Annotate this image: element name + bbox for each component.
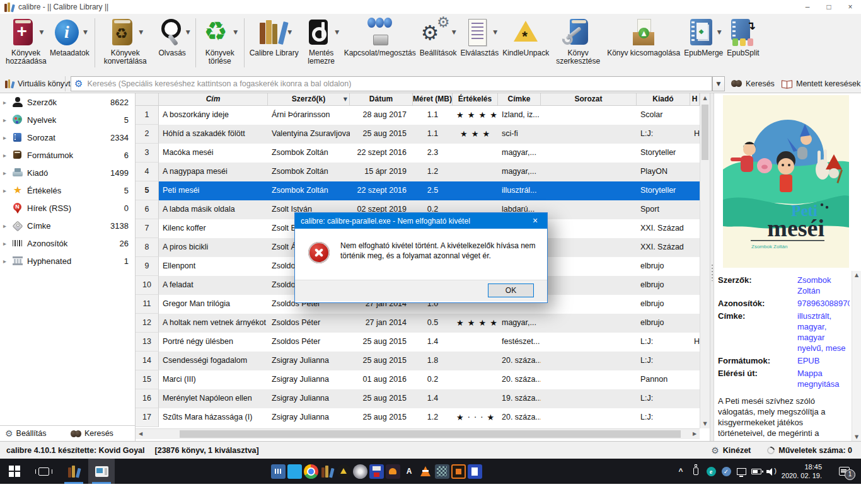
taskbar-active-window-button[interactable] xyxy=(88,459,115,484)
saved-searches-button[interactable]: Mentett keresések xyxy=(782,74,860,93)
taskbar-app-snip[interactable] xyxy=(270,459,286,484)
dropdown-arrow-icon[interactable]: ▼ xyxy=(186,29,190,35)
search-button[interactable]: Keresés xyxy=(731,74,775,93)
table-row[interactable]: 15Marci (III)Zsigray Julianna01 aug 2016… xyxy=(136,370,710,389)
detail-field-value-link[interactable]: Zsombok Zoltán xyxy=(797,275,850,296)
sidebar-search-button[interactable]: Keresés xyxy=(71,429,113,438)
sidebar-item-authors[interactable]: ▸Szerzők8622 xyxy=(0,93,135,111)
dropdown-arrow-icon[interactable]: ▼ xyxy=(83,29,88,35)
dropdown-arrow-icon[interactable]: ▼ xyxy=(40,29,44,35)
tray-sync-check-icon[interactable]: ✓ xyxy=(719,467,734,476)
sidebar-settings-button[interactable]: ⚙ Beállítás xyxy=(5,429,47,438)
search-input[interactable]: ⚙ Keresés (Speciális kereséshez kattints… xyxy=(71,76,712,91)
layout-button[interactable]: ⚙ Kinézet xyxy=(711,446,751,455)
taskbar-app-orangebox[interactable] xyxy=(450,459,466,484)
expand-arrow-icon[interactable]: ▸ xyxy=(3,134,11,141)
table-row[interactable]: 13Portré négy ülésbenZsoldos Péter25 aug… xyxy=(136,333,710,352)
toolbar-button-epubsplit[interactable]: ↴EpubSplit xyxy=(727,17,759,57)
table-row[interactable]: 14Csendességi fogadalomZsigray Julianna2… xyxy=(136,352,710,370)
scroll-right-icon[interactable]: ▶ xyxy=(690,429,700,439)
tray-network-icon[interactable] xyxy=(734,468,749,475)
details-scrollbar[interactable]: ▲ ▼ xyxy=(852,271,861,441)
dialog-close-button[interactable]: × xyxy=(523,213,547,229)
expand-arrow-icon[interactable]: ▸ xyxy=(3,187,11,194)
expand-arrow-icon[interactable]: ▸ xyxy=(3,99,11,106)
column-header-series[interactable]: Sorozat xyxy=(541,93,637,105)
tray-eset-icon[interactable]: e xyxy=(703,467,719,476)
taskbar-app-acrobat[interactable]: A xyxy=(401,459,417,484)
tray-usb-icon[interactable] xyxy=(688,467,703,475)
taskbar-app-aimp[interactable] xyxy=(335,459,352,484)
search-gear-icon[interactable]: ⚙ xyxy=(74,79,83,89)
toolbar-button-read[interactable]: ▼Olvasás xyxy=(154,17,190,57)
detail-field-value-link[interactable]: 9789630889704 xyxy=(797,298,850,309)
column-header-tags[interactable]: Címke xyxy=(498,93,541,105)
dropdown-arrow-icon[interactable]: ▼ xyxy=(335,29,339,35)
sidebar-item-tags[interactable]: ▸Címke3138 xyxy=(0,217,135,234)
toolbar-button-save-disk[interactable]: ▼Mentés lemezre xyxy=(303,17,340,66)
task-view-button[interactable] xyxy=(29,459,58,484)
taskbar-app-floppy[interactable] xyxy=(368,459,384,484)
virtual-library-button[interactable]: Virtuális könyvtár xyxy=(5,74,78,93)
table-row[interactable]: 2Hóhíd a szakadék fölöttValentyina Zsura… xyxy=(136,125,710,144)
search-dropdown-arrow-icon[interactable]: ▼ xyxy=(712,76,725,91)
sidebar-item-languages[interactable]: ▸Nyelvek5 xyxy=(0,111,135,129)
scroll-down-icon[interactable]: ▼ xyxy=(852,434,861,440)
detail-field-value-link[interactable]: Mappa megnyitása xyxy=(797,368,850,389)
jobs-button[interactable]: Műveletek száma: 0 xyxy=(767,446,852,455)
sidebar-item-rating[interactable]: ▸★Értékelés5 xyxy=(0,181,135,199)
expand-arrow-icon[interactable]: ▸ xyxy=(3,240,11,247)
column-header-publisher[interactable]: Kiadó xyxy=(637,93,690,105)
taskbar-app-vlc[interactable] xyxy=(417,459,434,484)
ok-button[interactable]: OK xyxy=(488,284,534,297)
toolbar-button-split[interactable]: ▼Elválasztás xyxy=(460,17,499,57)
taskbar-app-pixels[interactable] xyxy=(434,459,450,484)
table-row[interactable]: 1A boszorkány idejeÁrni Þórarinsson28 au… xyxy=(136,106,710,125)
toolbar-button-epubmerge[interactable]: ◆▼EpubMerge xyxy=(684,17,723,57)
expand-arrow-icon[interactable]: ▸ xyxy=(3,117,11,123)
close-button[interactable]: × xyxy=(840,0,861,14)
column-header-size[interactable]: Méret (MB) xyxy=(413,93,453,105)
table-row[interactable]: 17Szűts Mara házassága (I)Zsigray Julian… xyxy=(136,408,710,427)
column-header-rating[interactable]: Értékelés xyxy=(453,93,498,105)
vertical-scrollbar[interactable]: ▲ ▼ xyxy=(700,93,710,428)
expand-arrow-icon[interactable]: ▸ xyxy=(3,152,11,159)
taskbar-app-chrome[interactable] xyxy=(303,459,319,484)
taskbar-app-calibre[interactable] xyxy=(319,459,335,484)
taskbar-app-bell[interactable] xyxy=(384,459,401,484)
detail-field-value-link[interactable]: EPUB xyxy=(797,355,850,366)
notification-center-button[interactable]: 1 xyxy=(839,459,850,484)
scroll-up-icon[interactable]: ▲ xyxy=(700,95,710,101)
taskbar-calibre-button[interactable] xyxy=(61,459,87,484)
dropdown-arrow-icon[interactable]: ▼ xyxy=(233,29,238,35)
start-button[interactable] xyxy=(0,459,29,484)
sidebar-item-formats[interactable]: ▸Formátumok6 xyxy=(0,146,135,164)
table-row[interactable]: 12A holtak nem vetnek árnyékotZsoldos Pé… xyxy=(136,314,710,333)
maximize-button[interactable]: □ xyxy=(818,0,840,14)
expand-arrow-icon[interactable]: ▸ xyxy=(3,169,11,176)
toolbar-button-metadata[interactable]: i▼Metaadatok xyxy=(50,17,90,57)
column-header-date[interactable]: Dátum xyxy=(350,93,413,105)
detail-field-value-link[interactable]: illusztrált, magyar, magyar nyelvű, mese xyxy=(797,311,850,353)
toolbar-button-library[interactable]: ▼Calibre Library xyxy=(250,17,299,57)
dropdown-arrow-icon[interactable]: ▼ xyxy=(287,29,292,35)
toolbar-button-delete[interactable]: ♻▼Könyvek törlése xyxy=(201,17,239,66)
toolbar-button-preferences[interactable]: ⚙⚙▼Beállítások xyxy=(420,17,457,57)
scrollbar-thumb[interactable] xyxy=(702,105,708,160)
toolbar-button-unpack-book[interactable]: ▲Könyv kicsomagolása xyxy=(607,17,680,57)
table-row[interactable]: 5Peti meséiZsombok Zoltán22 szept 20162.… xyxy=(136,181,710,200)
sidebar-item-series[interactable]: ▸Sorozat2334 xyxy=(0,129,135,146)
scroll-down-icon[interactable]: ▼ xyxy=(700,421,710,427)
table-row[interactable]: 3Macóka meséiZsombok Zoltán22 szept 2016… xyxy=(136,144,710,163)
taskbar-app-cd[interactable] xyxy=(352,459,368,484)
expand-arrow-icon[interactable]: ▸ xyxy=(3,258,11,265)
dropdown-arrow-icon[interactable]: ▼ xyxy=(452,29,456,35)
scrollbar-thumb[interactable] xyxy=(180,430,681,438)
expand-arrow-icon[interactable]: ▸ xyxy=(3,222,11,229)
book-cover[interactable]: Peti meséi Zsombok Zoltán xyxy=(723,94,849,268)
dropdown-arrow-icon[interactable]: ▼ xyxy=(493,29,497,35)
sidebar-item-news[interactable]: Hírek (RSS)0 xyxy=(0,199,135,217)
toolbar-button-edit-book[interactable]: Könyv szerkesztése xyxy=(553,17,603,66)
sidebar-item-publisher[interactable]: ▸Kiadó1499 xyxy=(0,164,135,181)
toolbar-button-kindleunpack[interactable]: *KindleUnpack xyxy=(502,17,549,57)
